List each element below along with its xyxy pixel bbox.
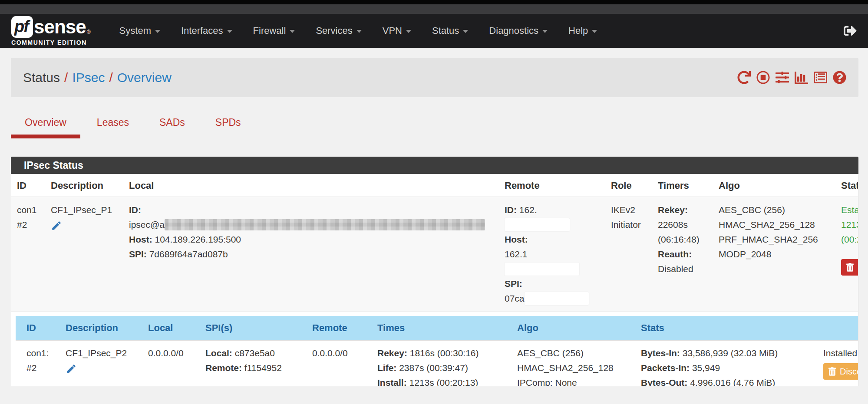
child-algo-cell: AES_CBC (256) HMAC_SHA2_256_128 IPComp: … [506, 341, 630, 387]
stop-circle-icon[interactable] [756, 71, 770, 84]
ike-sa-table: ID Description Local Remote Role Timers … [11, 174, 858, 386]
tab-leases[interactable]: Leases [83, 113, 143, 138]
window-top-strip [0, 0, 868, 4]
breadcrumb-link-ipsec[interactable]: IPsec [72, 70, 105, 85]
edit-icon[interactable] [51, 220, 62, 231]
breadcrumb-link-overview[interactable]: Overview [117, 70, 172, 85]
chevron-down-icon [463, 30, 468, 33]
nav-item-vpn[interactable]: VPN [372, 19, 422, 43]
nav-item-system[interactable]: System [109, 19, 171, 43]
breadcrumb-root: Status [23, 70, 60, 85]
tab-overview[interactable]: Overview [11, 113, 80, 138]
trash-icon [828, 367, 836, 376]
chevron-down-icon [290, 30, 295, 33]
child-remote-cell: 0.0.0.0/0 [301, 341, 366, 387]
col-local: Local [137, 316, 195, 341]
ipsec-tabs: Overview Leases SADs SPDs [11, 113, 868, 138]
sign-out-icon[interactable] [844, 24, 857, 37]
ike-header-row: ID Description Local Remote Role Timers … [11, 174, 858, 197]
nav-item-firewall[interactable]: Firewall [243, 19, 306, 43]
chevron-down-icon [155, 30, 160, 33]
nav-item-help[interactable]: Help [558, 19, 607, 43]
ike-role-cell: IKEv2 Initiator [605, 197, 652, 312]
child-status-cell: Installed Disconnect [812, 341, 858, 387]
nav-item-services[interactable]: Services [305, 19, 372, 43]
col-status: Status [835, 174, 858, 197]
ike-remote-cell: ID: 162. Host: 162.1 SPI: 07ca [499, 197, 605, 312]
child-sa-table: ID Description Local SPI(s) Remote Times… [16, 316, 858, 386]
redacted-pixelated-block [165, 219, 485, 230]
ike-id-cell: con1 #2 [11, 197, 45, 312]
tab-sads[interactable]: SADs [145, 113, 199, 138]
col-description: Description [55, 316, 137, 341]
col-remote: Remote [499, 174, 605, 197]
child-sa-container-row: ID Description Local SPI(s) Remote Times… [11, 312, 858, 387]
col-id: ID [16, 316, 55, 341]
col-description: Description [45, 174, 123, 197]
redacted-white-block [505, 218, 570, 231]
col-local: Local [123, 174, 499, 197]
nav-menu: System Interfaces Firewall Services VPN … [109, 19, 608, 43]
top-navbar: pf sense ® COMMUNITY EDITION System Inte… [0, 14, 868, 48]
nav-item-interfaces[interactable]: Interfaces [171, 19, 243, 43]
child-description-cell: CF1_IPsec_P2 [55, 341, 137, 387]
disconnect-button[interactable]: Disconnect [841, 259, 858, 276]
status-established: Established [841, 203, 858, 217]
col-timers: Timers [652, 174, 713, 197]
ike-local-cell: ID: ipsec@a Host: 104.189.226.195:500 SP… [123, 197, 499, 312]
col-times: Times [366, 316, 506, 341]
redacted-white-block [525, 292, 589, 305]
breadcrumb: Status/IPsec/Overview [23, 70, 172, 85]
sliders-icon[interactable] [776, 71, 789, 84]
disconnect-button[interactable]: Disconnect [823, 363, 858, 380]
col-status-blank [812, 316, 858, 341]
bar-chart-icon[interactable] [795, 71, 808, 84]
child-sa-row: con1: #2 CF1_IPsec_P2 [16, 341, 858, 387]
brand-registered-mark: ® [87, 29, 91, 35]
chevron-down-icon [356, 30, 362, 33]
brand-sense-text: sense [34, 16, 86, 38]
ipsec-status-panel: IPsec Status ID Description Local Remote… [11, 157, 858, 386]
chevron-down-icon [592, 30, 597, 33]
trash-icon [846, 263, 854, 272]
panel-body: ID Description Local Remote Role Timers … [11, 174, 858, 386]
pf-logo-mark: pf [11, 16, 33, 38]
col-algo: Algo [713, 174, 835, 197]
child-times-cell: Rekey: 1816s (00:30:16) Life: 2387s (00:… [366, 341, 506, 387]
child-header-row: ID Description Local SPI(s) Remote Times… [16, 316, 858, 341]
redacted-white-block [505, 263, 579, 276]
breadcrumb-bar: Status/IPsec/Overview [11, 58, 858, 97]
col-stats: Stats [630, 316, 812, 341]
col-remote: Remote [301, 316, 366, 341]
refresh-icon[interactable] [737, 71, 751, 84]
status-installed: Installed [823, 346, 858, 361]
chevron-down-icon [406, 30, 411, 33]
col-id: ID [11, 174, 45, 197]
help-icon[interactable] [833, 71, 846, 84]
col-spis: SPI(s) [195, 316, 301, 341]
chevron-down-icon [542, 30, 548, 33]
child-local-cell: 0.0.0.0/0 [137, 341, 195, 387]
child-spis-cell: Local: c873e5a0 Remote: f1154952 [195, 341, 301, 387]
chevron-down-icon [227, 30, 232, 33]
child-id-cell: con1: #2 [16, 341, 55, 387]
ike-status-cell: Established 1213 seconds (00:20:13) Disc… [835, 197, 858, 312]
nav-item-status[interactable]: Status [422, 19, 479, 43]
col-role: Role [605, 174, 652, 197]
ike-algo-cell: AES_CBC (256) HMAC_SHA2_256_128 PRF_HMAC… [713, 197, 835, 312]
nav-item-diagnostics[interactable]: Diagnostics [479, 19, 558, 43]
brand-subtitle: COMMUNITY EDITION [11, 39, 91, 46]
ike-timers-cell: Rekey: 22608s (06:16:48) Reauth: Disable… [652, 197, 713, 312]
edit-icon[interactable] [66, 363, 77, 374]
ike-sa-row: con1 #2 CF1_IPsec_P1 ID: ipsec@a Host: 1… [11, 197, 858, 312]
panel-title: IPsec Status [11, 157, 858, 174]
breadcrumb-actions [737, 71, 846, 84]
child-stats-cell: Bytes-In: 33,586,939 (32.03 MiB) Packets… [630, 341, 812, 387]
col-algo: Algo [506, 316, 630, 341]
tab-spds[interactable]: SPDs [201, 113, 255, 138]
pfsense-logo[interactable]: pf sense ® COMMUNITY EDITION [11, 16, 91, 46]
ike-description-cell: CF1_IPsec_P1 [45, 197, 123, 312]
window-title-strip [0, 4, 868, 14]
list-icon[interactable] [814, 71, 827, 84]
